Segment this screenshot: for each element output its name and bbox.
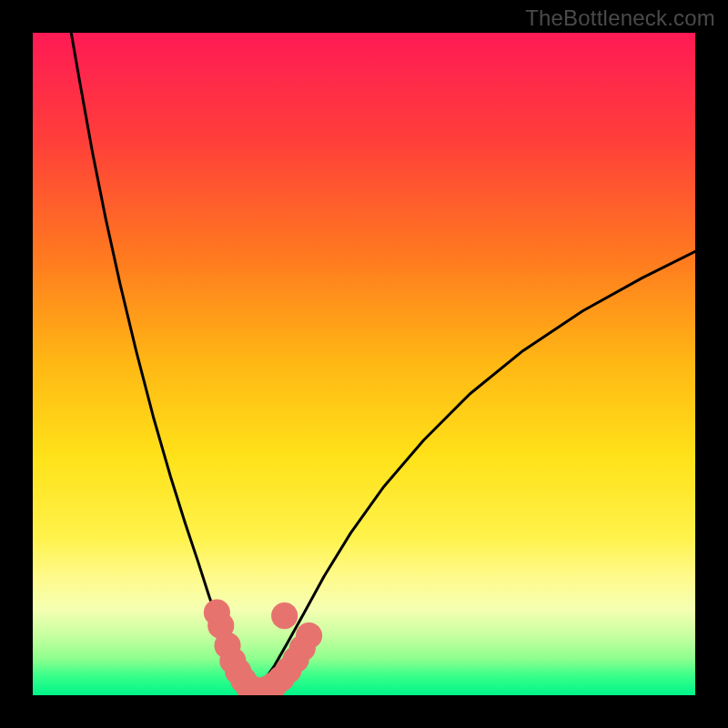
chart-frame: TheBottleneck.com: [0, 0, 728, 728]
data-point: [296, 622, 322, 649]
plot-background: [33, 33, 695, 695]
bottleneck-chart: [0, 0, 728, 728]
data-point: [271, 602, 298, 629]
